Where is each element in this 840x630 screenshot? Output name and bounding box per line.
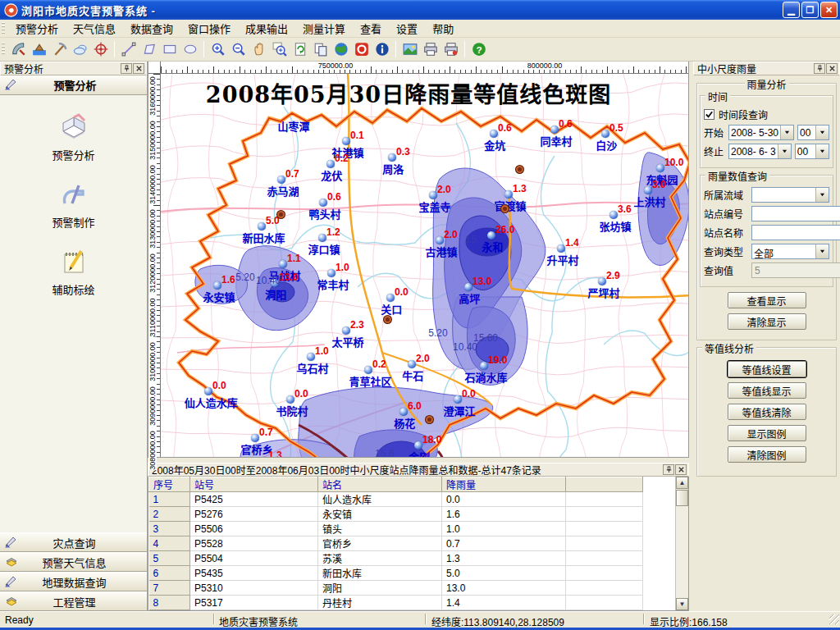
minimize-button[interactable]: ▁ — [783, 2, 800, 18]
chevron-down-icon[interactable] — [815, 126, 829, 139]
show-legend-button[interactable]: 显示图例 — [728, 425, 806, 441]
close-icon[interactable] — [133, 63, 144, 74]
ellipse-tool-button[interactable] — [180, 39, 200, 60]
clear-legend-button[interactable]: 清除图例 — [728, 446, 806, 463]
chevron-down-icon[interactable] — [815, 144, 829, 158]
pick-tool-button[interactable] — [49, 39, 70, 60]
refresh-tool-button[interactable] — [290, 39, 310, 60]
title-bar[interactable]: 浏阳市地质灾害预警系统 - ▁ ❐ ✕ — [0, 0, 840, 20]
table-row[interactable]: 4P5528官桥乡0.7 — [149, 536, 643, 551]
info-tool-button[interactable] — [372, 39, 392, 60]
start-label: 开始 — [704, 126, 728, 139]
stop-tool-button[interactable] — [351, 39, 372, 60]
menu-item-6[interactable]: 查看 — [353, 18, 389, 39]
contour-settings-button[interactable]: 等值线设置 — [728, 361, 806, 377]
end-hour-combo[interactable]: 00 — [795, 144, 829, 159]
contour-clear-button[interactable]: 等值线清除 — [728, 404, 806, 420]
globe-tool-button[interactable] — [331, 39, 351, 60]
help-tool-button[interactable]: ? — [468, 39, 489, 60]
pin-icon[interactable] — [663, 464, 674, 475]
image-tool-button[interactable] — [399, 39, 420, 60]
sidebar-bar-0[interactable]: 灾点查询 — [0, 532, 147, 552]
basin-combo[interactable] — [751, 187, 829, 203]
target-tool-button[interactable] — [90, 39, 111, 60]
menu-item-2[interactable]: 数据查询 — [123, 18, 180, 39]
sidebar-item-0[interactable]: 预警分析 — [0, 113, 147, 162]
column-header-0[interactable]: 序号 — [149, 477, 190, 492]
menu-item-7[interactable]: 设置 — [389, 18, 425, 39]
start-hour-combo[interactable]: 00 — [797, 125, 829, 140]
zoom-out-tool-button[interactable] — [228, 39, 249, 60]
print-preview-tool-button[interactable] — [441, 39, 461, 60]
copy-tool-button[interactable] — [310, 39, 331, 60]
map-canvas[interactable]: 2008年05月30日降雨量等值线色斑图 山枣潭0.1社港镇0.3周洛0.2龙伏… — [161, 74, 688, 457]
table-row[interactable]: 7P5310洞阳13.0 — [149, 581, 643, 596]
sidebar-item-1[interactable]: 预警制作 — [0, 180, 147, 230]
show-query-button[interactable]: 查看显示 — [728, 292, 806, 308]
scroll-down-icon[interactable]: ▼ — [676, 598, 688, 610]
table-row[interactable]: 3P5506镇头1.0 — [149, 522, 643, 536]
station-value: 1.3 — [268, 450, 282, 457]
close-icon[interactable] — [675, 464, 687, 475]
sidebar-bar-3[interactable]: 工程管理 — [0, 591, 147, 611]
start-date-combo[interactable]: 2008- 5-30 — [728, 125, 794, 140]
chevron-down-icon[interactable] — [815, 244, 829, 258]
restore-button[interactable]: ❐ — [801, 2, 819, 18]
book-icon — [60, 113, 88, 144]
menu-item-1[interactable]: 天气信息 — [66, 18, 123, 39]
radar-tool-button[interactable] — [8, 39, 29, 60]
table-row[interactable]: 5P5504苏溪1.3 — [149, 551, 643, 566]
pin-icon[interactable] — [814, 63, 825, 74]
chevron-down-icon[interactable] — [780, 126, 793, 139]
zoom-window-tool-button[interactable] — [269, 39, 290, 60]
cloud-tool-button[interactable] — [70, 39, 90, 60]
chevron-down-icon[interactable] — [778, 144, 791, 158]
column-header-2[interactable]: 站名 — [318, 477, 442, 492]
station-name-input[interactable] — [751, 225, 840, 240]
scroll-up-icon[interactable]: ▲ — [676, 477, 688, 489]
menu-item-3[interactable]: 窗口操作 — [180, 18, 238, 39]
pan-tool-button[interactable] — [249, 39, 269, 60]
status-bar: Ready 地质灾害预警系统 经纬度:113.809140,28.128509 … — [0, 611, 840, 630]
sidebar-bar-1[interactable]: 预警天气信息 — [0, 552, 147, 572]
line-tool-button[interactable] — [118, 39, 139, 60]
status-scale: 显示比例:166.158 — [650, 614, 728, 628]
table-row[interactable]: 1P5425仙人造水库0.0 — [149, 492, 643, 507]
station-value: 0.0 — [294, 388, 308, 399]
left-panel-header[interactable]: 预警分析 — [0, 75, 147, 95]
station-id-input[interactable] — [751, 206, 840, 221]
sidebar-item-2[interactable]: 辅助标绘 — [0, 248, 147, 297]
polygon-tool-button[interactable] — [139, 39, 159, 60]
menu-grip[interactable] — [2, 22, 5, 35]
toolbar-grip[interactable] — [2, 43, 5, 56]
table-row[interactable]: 2P5276永安镇1.6 — [149, 507, 643, 522]
station-value: 0.0 — [462, 388, 476, 399]
rectangle-tool-button[interactable] — [159, 39, 180, 60]
table-row[interactable]: 8P5317丹桂村1.4 — [149, 596, 643, 610]
menu-item-4[interactable]: 成果输出 — [238, 18, 295, 39]
scroll-thumb[interactable] — [676, 490, 688, 506]
print-tool-button[interactable] — [420, 39, 441, 60]
close-button[interactable]: ✕ — [820, 2, 838, 18]
column-header-4[interactable] — [566, 477, 643, 492]
sidebar-bar-2[interactable]: 地理数据查询 — [0, 572, 147, 591]
time-range-checkbox[interactable] — [704, 109, 714, 120]
zoom-in-tool-button[interactable] — [208, 39, 228, 60]
menu-item-8[interactable]: 帮助 — [425, 18, 461, 39]
end-date-combo[interactable]: 2008- 6- 3 — [728, 144, 792, 159]
query-type-combo[interactable]: 全部 — [751, 244, 829, 259]
chevron-down-icon[interactable] — [815, 188, 829, 202]
resize-grip[interactable] — [829, 614, 839, 624]
table-cell — [566, 581, 643, 596]
flood-tool-button[interactable] — [29, 39, 49, 60]
clear-query-button[interactable]: 清除显示 — [728, 313, 806, 330]
table-row[interactable]: 6P5435新田水库5.0 — [149, 566, 643, 581]
column-header-1[interactable]: 站号 — [190, 477, 318, 492]
menu-item-0[interactable]: 预警分析 — [8, 18, 66, 39]
contour-show-button[interactable]: 等值线显示 — [728, 382, 806, 399]
pin-icon[interactable] — [121, 63, 132, 74]
table-scrollbar[interactable]: ▲ ▼ — [675, 477, 688, 610]
close-icon[interactable] — [826, 63, 838, 74]
menu-item-5[interactable]: 测量计算 — [295, 18, 353, 39]
column-header-3[interactable]: 降雨量 — [442, 477, 566, 492]
